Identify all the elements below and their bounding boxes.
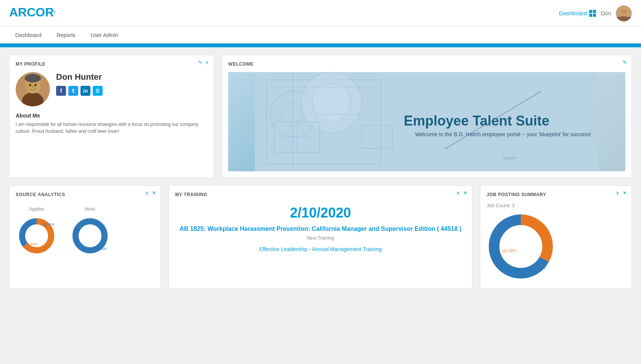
welcome-banner: Employee Talent Suite Welcome to the B.D…	[228, 72, 625, 171]
training-collapse-button[interactable]: ∧	[456, 190, 460, 195]
header: ARCORO Dashboard Don	[0, 0, 641, 27]
svg-text:(9) 64%: (9) 64%	[25, 242, 37, 246]
profile-avatar	[16, 72, 50, 106]
source-analytics-close[interactable]: ✕	[152, 190, 156, 195]
svg-point-46	[499, 225, 542, 268]
nav-item-reports[interactable]: Reports	[57, 31, 76, 40]
grid-icon	[589, 10, 596, 17]
training-card: MY TRAINING ∧ ✕ 2/10/2020 AB 1825: Workp…	[169, 185, 472, 289]
welcome-card: WELCOME ✎ Employee Talent Suite	[222, 55, 632, 178]
svg-text:Welcome to the B.D. Haitch emp: Welcome to the B.D. Haitch employee port…	[416, 131, 591, 137]
profile-edit-button[interactable]: ✎	[198, 60, 202, 65]
facebook-icon[interactable]: f	[56, 86, 66, 96]
linkedin-icon[interactable]: in	[81, 86, 90, 96]
svg-text:(2) 67%: (2) 67%	[532, 266, 546, 270]
svg-point-16	[35, 84, 37, 86]
nav-item-user-admin[interactable]: User Admin	[91, 31, 118, 40]
job-posting-close[interactable]: ✕	[623, 190, 627, 195]
training-card-title: MY TRAINING	[175, 192, 466, 197]
training-link[interactable]: Effective Leadership - Annual Management…	[175, 246, 466, 252]
header-right: Dashboard Don	[559, 5, 632, 21]
about-me-title: About Me	[16, 113, 208, 119]
svg-text:(2) 100%: (2) 100%	[93, 247, 107, 251]
main-content: MY PROFILE ✎ ∧	[0, 47, 641, 296]
hires-donut-chart: (2) 100%	[69, 215, 111, 257]
svg-text:(1) 33%: (1) 33%	[502, 249, 516, 253]
profile-inner: Don Hunter f 𝕥 in S	[16, 72, 208, 106]
bottom-row: SOURCE ANALYTICS ∧ ✕ Applies (9) 64%	[9, 185, 632, 289]
svg-text:ARCORO: ARCORO	[9, 6, 55, 19]
svg-text:VERIFY: VERIFY	[503, 156, 517, 161]
nav-item-dashboard[interactable]: Dashboard	[15, 31, 42, 40]
training-close-button[interactable]: ✕	[463, 190, 467, 195]
training-card-controls: ∧ ✕	[456, 190, 467, 195]
training-course-title: AB 1825: Workplace Harassment Prevention…	[175, 225, 466, 233]
job-posting-donut-chart: (1) 33% (2) 67%	[486, 212, 555, 281]
welcome-card-title: WELCOME	[228, 61, 625, 67]
applies-donut-chart: (9) 64% (5) 36%	[16, 215, 58, 257]
training-date: 2/10/2020	[175, 205, 466, 221]
job-count: Job Count: 3	[486, 203, 625, 208]
source-analytics-title: SOURCE ANALYTICS	[16, 192, 155, 197]
welcome-card-controls: ✎	[623, 60, 627, 65]
hires-chart-wrapper: Hires (2) 100%	[69, 206, 111, 257]
profile-card-title: MY PROFILE	[16, 61, 208, 67]
profile-info: Don Hunter f 𝕥 in S	[56, 72, 103, 96]
profile-collapse-button[interactable]: ∧	[205, 60, 209, 65]
about-me-text: I am responsible for all human resource …	[16, 121, 208, 135]
source-analytics-chart-area: Applies (9) 64% (5) 36% Hires	[16, 203, 155, 261]
profile-card: MY PROFILE ✎ ∧	[9, 55, 214, 178]
applies-label: Applies	[29, 206, 44, 212]
svg-text:Employee Talent Suite: Employee Talent Suite	[404, 113, 549, 129]
twitter-icon[interactable]: 𝕥	[68, 86, 78, 96]
applies-chart-wrapper: Applies (9) 64% (5) 36%	[16, 206, 58, 257]
dashboard-text: Dashboard	[559, 10, 587, 16]
svg-point-5	[622, 10, 623, 11]
hires-label: Hires	[85, 206, 95, 212]
logo: ARCORO	[9, 6, 55, 21]
svg-point-6	[625, 10, 626, 11]
svg-point-14	[25, 74, 41, 82]
skype-icon[interactable]: S	[93, 86, 103, 96]
profile-name: Don Hunter	[56, 72, 103, 82]
profile-card-controls: ✎ ∧	[198, 60, 209, 65]
job-posting-collapse[interactable]: ∧	[616, 190, 620, 195]
source-analytics-collapse[interactable]: ∧	[145, 190, 149, 195]
job-posting-controls: ∧ ✕	[616, 190, 627, 195]
svg-point-22	[312, 84, 351, 122]
nav: Dashboard Reports User Admin	[0, 27, 641, 43]
training-next-label: Next Training	[175, 235, 466, 241]
svg-point-15	[29, 84, 31, 86]
header-username: Don	[601, 10, 611, 16]
source-analytics-controls: ∧ ✕	[145, 190, 156, 195]
job-posting-card: JOB POSTING SUMMARY ∧ ✕ Job Count: 3 (1)…	[480, 185, 632, 289]
social-icons: f 𝕥 in S	[56, 86, 103, 96]
avatar	[616, 5, 632, 21]
blue-bar	[0, 43, 641, 47]
source-analytics-card: SOURCE ANALYTICS ∧ ✕ Applies (9) 64%	[9, 185, 161, 289]
welcome-edit-button[interactable]: ✎	[623, 60, 627, 65]
job-posting-title: JOB POSTING SUMMARY	[486, 192, 625, 197]
svg-rect-7	[616, 17, 632, 21]
svg-text:(5) 36%: (5) 36%	[42, 222, 55, 226]
svg-point-42	[79, 225, 101, 246]
header-dashboard-link[interactable]: Dashboard	[559, 10, 596, 17]
